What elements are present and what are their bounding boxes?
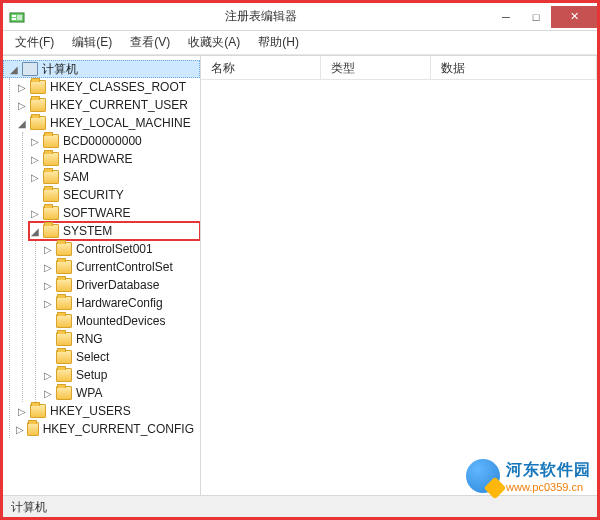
- folder-icon: [27, 422, 39, 436]
- close-button[interactable]: ✕: [551, 6, 597, 28]
- tree-label: HKEY_CURRENT_USER: [50, 98, 188, 112]
- tree-node-sam[interactable]: ▷ SAM: [29, 168, 200, 186]
- tree-node-hkcr[interactable]: ▷ HKEY_CLASSES_ROOT: [16, 78, 200, 96]
- column-type[interactable]: 类型: [321, 56, 431, 79]
- collapse-icon[interactable]: ◢: [8, 63, 20, 75]
- tree-label: BCD00000000: [63, 134, 142, 148]
- expand-icon[interactable]: ▷: [16, 405, 28, 417]
- tree-label: HKEY_CLASSES_ROOT: [50, 80, 186, 94]
- tree-node-driverdatabase[interactable]: ▷ DriverDatabase: [42, 276, 200, 294]
- folder-icon: [30, 404, 46, 418]
- tree-node-hkcc[interactable]: ▷ HKEY_CURRENT_CONFIG: [16, 420, 200, 438]
- watermark-url: www.pc0359.cn: [506, 481, 591, 493]
- expand-icon[interactable]: ▷: [42, 243, 54, 255]
- collapse-icon[interactable]: ◢: [29, 225, 41, 237]
- menu-bar: 文件(F) 编辑(E) 查看(V) 收藏夹(A) 帮助(H): [3, 31, 597, 55]
- folder-icon: [43, 134, 59, 148]
- expand-icon[interactable]: ▷: [42, 387, 54, 399]
- tree-node-wpa[interactable]: ▷ WPA: [42, 384, 200, 402]
- column-name[interactable]: 名称: [201, 56, 321, 79]
- folder-icon: [43, 152, 59, 166]
- folder-icon: [56, 314, 72, 328]
- tree-node-mounteddevices[interactable]: MountedDevices: [42, 312, 200, 330]
- menu-edit[interactable]: 编辑(E): [64, 32, 120, 53]
- tree-node-hardware[interactable]: ▷ HARDWARE: [29, 150, 200, 168]
- expand-icon[interactable]: ▷: [42, 369, 54, 381]
- tree-label: SECURITY: [63, 188, 124, 202]
- list-view[interactable]: 名称 类型 数据: [201, 56, 597, 495]
- tree-label: WPA: [76, 386, 102, 400]
- title-bar: 注册表编辑器 ─ □ ✕: [3, 3, 597, 31]
- tree-label: HardwareConfig: [76, 296, 163, 310]
- tree-node-hklm[interactable]: ◢ HKEY_LOCAL_MACHINE: [16, 114, 200, 132]
- tree-label: CurrentControlSet: [76, 260, 173, 274]
- svg-rect-1: [12, 15, 16, 17]
- tree-label: SYSTEM: [63, 224, 112, 238]
- expand-icon[interactable]: ▷: [29, 135, 41, 147]
- folder-icon: [30, 80, 46, 94]
- tree-node-controlset001[interactable]: ▷ ControlSet001: [42, 240, 200, 258]
- menu-file[interactable]: 文件(F): [7, 32, 62, 53]
- tree-node-bcd[interactable]: ▷ BCD00000000: [29, 132, 200, 150]
- tree-node-rng[interactable]: RNG: [42, 330, 200, 348]
- tree-label: 计算机: [42, 61, 78, 78]
- tree-node-select[interactable]: Select: [42, 348, 200, 366]
- folder-icon: [56, 350, 72, 364]
- expand-icon[interactable]: ▷: [16, 99, 28, 111]
- watermark-title: 河东软件园: [506, 460, 591, 481]
- tree-node-security[interactable]: SECURITY: [29, 186, 200, 204]
- folder-icon: [56, 296, 72, 310]
- list-header: 名称 类型 数据: [201, 56, 597, 80]
- expand-icon[interactable]: ▷: [29, 207, 41, 219]
- folder-icon: [56, 386, 72, 400]
- menu-view[interactable]: 查看(V): [122, 32, 178, 53]
- window-title: 注册表编辑器: [31, 8, 491, 25]
- folder-icon: [43, 206, 59, 220]
- tree-label: RNG: [76, 332, 103, 346]
- svg-rect-2: [12, 18, 16, 20]
- tree-node-software[interactable]: ▷ SOFTWARE: [29, 204, 200, 222]
- folder-icon: [43, 170, 59, 184]
- tree-label: HKEY_USERS: [50, 404, 131, 418]
- tree-label: HARDWARE: [63, 152, 133, 166]
- regedit-icon: [9, 9, 25, 25]
- tree-node-system[interactable]: ◢ SYSTEM: [29, 222, 200, 240]
- tree-root-computer[interactable]: ◢ 计算机: [3, 60, 200, 78]
- expand-icon[interactable]: ▷: [42, 261, 54, 273]
- tree-label: HKEY_LOCAL_MACHINE: [50, 116, 191, 130]
- menu-favorites[interactable]: 收藏夹(A): [180, 32, 248, 53]
- expand-icon[interactable]: ▷: [16, 423, 25, 435]
- folder-icon: [43, 188, 59, 202]
- tree-node-currentcontrolset[interactable]: ▷ CurrentControlSet: [42, 258, 200, 276]
- tree-label: DriverDatabase: [76, 278, 159, 292]
- expand-icon[interactable]: ▷: [42, 297, 54, 309]
- expand-icon[interactable]: ▷: [42, 279, 54, 291]
- expand-icon[interactable]: ▷: [16, 81, 28, 93]
- menu-help[interactable]: 帮助(H): [250, 32, 307, 53]
- tree-view[interactable]: ◢ 计算机 ▷ HKEY_CLASSES_ROOT ▷ HKEY_CURRENT…: [3, 56, 201, 495]
- folder-icon: [30, 116, 46, 130]
- tree-node-hardwareconfig[interactable]: ▷ HardwareConfig: [42, 294, 200, 312]
- tree-label: HKEY_CURRENT_CONFIG: [43, 422, 194, 436]
- tree-label: SAM: [63, 170, 89, 184]
- tree-node-hkcu[interactable]: ▷ HKEY_CURRENT_USER: [16, 96, 200, 114]
- column-data[interactable]: 数据: [431, 56, 597, 79]
- collapse-icon[interactable]: ◢: [16, 117, 28, 129]
- minimize-button[interactable]: ─: [491, 6, 521, 28]
- folder-icon: [43, 224, 59, 238]
- tree-label: SOFTWARE: [63, 206, 131, 220]
- expand-icon[interactable]: ▷: [29, 153, 41, 165]
- folder-icon: [56, 260, 72, 274]
- computer-icon: [22, 62, 38, 76]
- watermark: 河东软件园 www.pc0359.cn: [466, 459, 591, 493]
- tree-label: Select: [76, 350, 109, 364]
- expand-icon[interactable]: ▷: [29, 171, 41, 183]
- tree-label: Setup: [76, 368, 107, 382]
- folder-icon: [56, 368, 72, 382]
- tree-node-hku[interactable]: ▷ HKEY_USERS: [16, 402, 200, 420]
- folder-icon: [30, 98, 46, 112]
- folder-icon: [56, 278, 72, 292]
- tree-node-setup[interactable]: ▷ Setup: [42, 366, 200, 384]
- folder-icon: [56, 242, 72, 256]
- maximize-button[interactable]: □: [521, 6, 551, 28]
